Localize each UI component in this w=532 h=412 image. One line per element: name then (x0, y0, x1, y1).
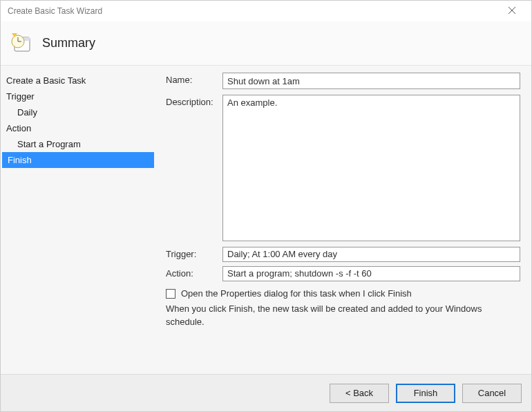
description-field[interactable]: An example. (222, 95, 520, 241)
cancel-button[interactable]: Cancel (462, 384, 522, 403)
titlebar: Create Basic Task Wizard (1, 1, 531, 21)
description-label: Description: (166, 95, 222, 241)
back-button[interactable]: < Back (330, 384, 389, 403)
sidebar-item-label: Daily (17, 107, 37, 118)
close-icon (508, 6, 516, 17)
sidebar-item-label: Create a Basic Task (6, 75, 86, 86)
sidebar-item-label: Finish (8, 155, 32, 165)
close-button[interactable] (498, 1, 526, 21)
clock-calendar-icon (10, 32, 30, 51)
open-properties-checkbox-row[interactable]: Open the Properties dialog for this task… (166, 288, 520, 299)
finish-info-text: When you click Finish, the new task will… (166, 303, 520, 329)
trigger-label: Trigger: (166, 247, 222, 262)
name-field[interactable] (222, 73, 520, 89)
sidebar-item-label: Trigger (6, 91, 35, 102)
name-label: Name: (166, 73, 222, 89)
sidebar-item-create-task[interactable]: Create a Basic Task (1, 73, 156, 88)
sidebar-item-label: Start a Program (17, 139, 81, 149)
sidebar-item-action[interactable]: Action (1, 120, 156, 136)
wizard-header: Summary (1, 21, 531, 66)
window-title: Create Basic Task Wizard (8, 6, 498, 16)
sidebar-item-label: Action (6, 123, 31, 133)
wizard-window: Create Basic Task Wizard Summary Create … (0, 0, 532, 412)
wizard-steps-sidebar: Create a Basic Task Trigger Daily Action… (1, 66, 156, 374)
wizard-content: Name: Description: An example. Trigger: … (156, 66, 531, 374)
action-readonly: Start a program; shutdown -s -f -t 60 (222, 266, 520, 281)
page-title: Summary (42, 36, 95, 50)
action-label: Action: (166, 266, 222, 281)
open-properties-label: Open the Properties dialog for this task… (181, 288, 412, 299)
sidebar-item-trigger[interactable]: Trigger (1, 88, 156, 104)
trigger-readonly: Daily; At 1:00 AM every day (222, 247, 520, 262)
finish-button[interactable]: Finish (396, 384, 455, 403)
sidebar-item-finish[interactable]: Finish (2, 152, 154, 168)
wizard-footer: < Back Finish Cancel (1, 374, 531, 411)
wizard-body: Create a Basic Task Trigger Daily Action… (1, 66, 531, 374)
open-properties-checkbox[interactable] (166, 289, 175, 299)
sidebar-item-daily[interactable]: Daily (1, 104, 156, 120)
sidebar-item-start-program[interactable]: Start a Program (1, 136, 156, 152)
